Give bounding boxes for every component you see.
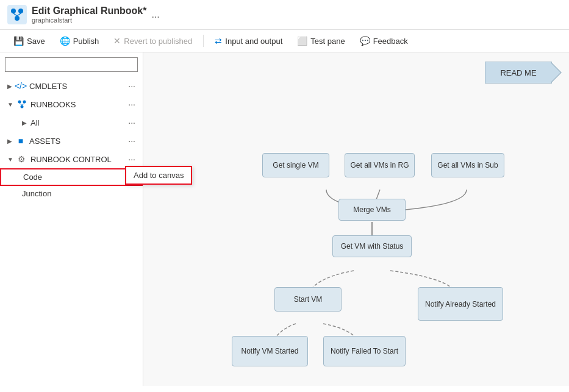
page-subtitle: graphicalstart bbox=[32, 16, 146, 24]
separator-1 bbox=[203, 35, 204, 47]
sidebar-item-assets[interactable]: ▶ ■ ASSETS ··· bbox=[0, 132, 143, 150]
save-icon: 💾 bbox=[13, 36, 24, 46]
svg-point-3 bbox=[15, 16, 20, 21]
node-notify-failed-start-label: Notify Failed To Start bbox=[331, 347, 398, 355]
all-more-button[interactable]: ··· bbox=[126, 116, 138, 129]
revert-label: Revert to published bbox=[124, 37, 192, 46]
title-block: Edit Graphical Runbook* graphicalstart bbox=[32, 5, 146, 24]
header: Edit Graphical Runbook* graphicalstart .… bbox=[0, 0, 569, 30]
assets-label: ASSETS bbox=[29, 137, 126, 146]
sidebar: ▶ </> CMDLETS ··· ▼ RUNBOOKS ··· ▶ All ·… bbox=[0, 52, 143, 386]
header-more-button[interactable]: ... bbox=[151, 9, 159, 20]
code-label: Code bbox=[23, 173, 137, 182]
node-start-vm[interactable]: Start VM bbox=[274, 287, 342, 312]
expand-icon-runbook-control: ▼ bbox=[7, 156, 13, 163]
node-get-all-sub-label: Get all VMs in Sub bbox=[437, 161, 498, 169]
test-pane-label: Test pane bbox=[310, 37, 345, 46]
svg-line-9 bbox=[20, 104, 22, 105]
assets-more-button[interactable]: ··· bbox=[126, 135, 138, 147]
sidebar-item-junction[interactable]: Junction bbox=[0, 186, 143, 201]
runbooks-label: RUNBOOKS bbox=[30, 100, 126, 109]
svg-line-10 bbox=[22, 104, 24, 105]
sidebar-item-all[interactable]: ▶ All ··· bbox=[0, 113, 143, 132]
node-readme[interactable]: READ ME bbox=[485, 62, 552, 84]
sidebar-item-runbooks[interactable]: ▼ RUNBOOKS ··· bbox=[0, 95, 143, 113]
sidebar-search-container bbox=[0, 52, 143, 77]
revert-button[interactable]: ✕ Revert to published bbox=[107, 34, 198, 48]
expand-icon-all: ▶ bbox=[22, 119, 27, 126]
input-output-button[interactable]: ⇄ Input and output bbox=[209, 34, 288, 48]
search-input[interactable] bbox=[5, 57, 138, 72]
context-menu[interactable]: Add to canvas bbox=[125, 166, 143, 185]
node-get-single-vm-label: Get single VM bbox=[273, 161, 318, 169]
feedback-icon: 💬 bbox=[360, 36, 370, 46]
svg-point-6 bbox=[18, 101, 21, 104]
expand-icon-runbooks: ▼ bbox=[7, 101, 13, 108]
runbook-control-icon: ⚙ bbox=[17, 154, 27, 164]
publish-label: Publish bbox=[73, 37, 99, 46]
node-start-vm-label: Start VM bbox=[294, 295, 323, 304]
node-notify-already-started[interactable]: Notify Already Started bbox=[418, 287, 503, 321]
node-notify-failed-start[interactable]: Notify Failed To Start bbox=[323, 336, 406, 366]
runbook-control-label: RUNBOOK CONTROL bbox=[30, 155, 126, 164]
sidebar-item-cmdlets[interactable]: ▶ </> CMDLETS ··· bbox=[0, 77, 143, 95]
cmdlets-more-button[interactable]: ··· bbox=[126, 80, 138, 92]
svg-point-8 bbox=[20, 105, 23, 109]
feedback-button[interactable]: 💬 Feedback bbox=[354, 34, 414, 48]
svg-rect-0 bbox=[7, 5, 27, 24]
svg-point-1 bbox=[11, 9, 16, 13]
test-pane-button[interactable]: ⬜ Test pane bbox=[291, 34, 351, 48]
runbook-control-more-button[interactable]: ··· bbox=[126, 153, 138, 165]
input-output-icon: ⇄ bbox=[215, 36, 222, 46]
cmdlets-icon: </> bbox=[16, 81, 26, 91]
context-menu-label: Add to canvas bbox=[134, 171, 143, 180]
node-get-all-rg-label: Get all VMs in RG bbox=[350, 161, 409, 169]
sidebar-item-runbook-control[interactable]: ▼ ⚙ RUNBOOK CONTROL ··· bbox=[0, 150, 143, 168]
input-output-label: Input and output bbox=[225, 37, 282, 46]
node-get-all-rg[interactable]: Get all VMs in RG bbox=[345, 153, 415, 177]
node-get-vm-status-label: Get VM with Status bbox=[341, 242, 404, 251]
node-get-all-sub[interactable]: Get all VMs in Sub bbox=[431, 153, 504, 177]
node-merge-vms[interactable]: Merge VMs bbox=[338, 199, 406, 221]
node-readme-label: READ ME bbox=[500, 68, 536, 77]
node-get-single-vm[interactable]: Get single VM bbox=[262, 153, 329, 177]
runbooks-icon bbox=[17, 99, 27, 109]
save-label: Save bbox=[27, 37, 45, 46]
sidebar-item-code[interactable]: Code bbox=[0, 168, 143, 186]
save-button[interactable]: 💾 Save bbox=[7, 34, 51, 48]
all-label: All bbox=[30, 118, 126, 127]
page-title: Edit Graphical Runbook* bbox=[32, 5, 146, 16]
svg-point-2 bbox=[18, 9, 23, 13]
cmdlets-label: CMDLETS bbox=[29, 82, 126, 91]
node-get-vm-status[interactable]: Get VM with Status bbox=[332, 235, 412, 257]
node-notify-vm-started[interactable]: Notify VM Started bbox=[232, 336, 308, 366]
canvas: READ ME Get single VM Get all VMs in RG … bbox=[143, 52, 569, 386]
expand-icon-assets: ▶ bbox=[7, 138, 12, 144]
runbooks-more-button[interactable]: ··· bbox=[126, 98, 138, 110]
publish-button[interactable]: 🌐 Publish bbox=[54, 34, 106, 48]
expand-icon-cmdlets: ▶ bbox=[7, 83, 12, 90]
test-pane-icon: ⬜ bbox=[297, 36, 307, 46]
junction-label: Junction bbox=[22, 189, 138, 198]
runbook-icon bbox=[7, 5, 27, 24]
node-merge-vms-label: Merge VMs bbox=[353, 205, 390, 214]
main-content: ▶ </> CMDLETS ··· ▼ RUNBOOKS ··· ▶ All ·… bbox=[0, 52, 569, 386]
revert-icon: ✕ bbox=[113, 36, 121, 46]
assets-icon: ■ bbox=[16, 136, 26, 146]
feedback-label: Feedback bbox=[373, 37, 408, 46]
publish-icon: 🌐 bbox=[60, 36, 70, 46]
toolbar: 💾 Save 🌐 Publish ✕ Revert to published ⇄… bbox=[0, 30, 569, 52]
node-notify-vm-started-label: Notify VM Started bbox=[241, 347, 298, 355]
node-notify-already-started-label: Notify Already Started bbox=[425, 300, 496, 308]
svg-point-7 bbox=[23, 101, 26, 104]
